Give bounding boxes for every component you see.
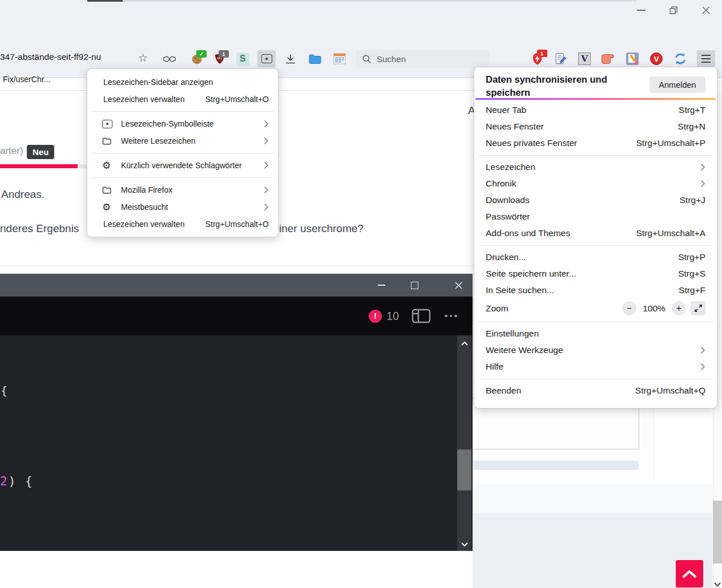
search-input[interactable]: [376, 54, 475, 64]
search-field[interactable]: [356, 50, 489, 68]
author-text: Andreas.: [1, 188, 45, 201]
menu-item-drucken[interactable]: Drucken...Strg+P: [474, 249, 717, 266]
restore-icon: [669, 6, 677, 14]
embedded-close-icon: [447, 274, 470, 297]
handshake-extension-icon[interactable]: [160, 50, 179, 67]
editor-scroll-up-icon: [457, 338, 471, 349]
scroll-extension-icon[interactable]: [599, 50, 617, 67]
panel-layout-icon: [412, 309, 431, 323]
menu-item-meistbesucht[interactable]: ⚙Meistbesucht: [87, 198, 278, 216]
menu-item-zoom[interactable]: Zoom−100%+: [474, 299, 717, 318]
code-editor: { 2) {: [0, 335, 473, 551]
menu-item-kürzlich-verwendete-schlagwörter[interactable]: ⚙Kürzlich verwendete Schlagwörter: [87, 157, 278, 174]
background-area: [473, 484, 712, 513]
zoom-level: 100%: [636, 303, 672, 314]
thread-tag-fragment: arter): [0, 145, 23, 157]
chevron-right-icon: [264, 186, 269, 194]
menu-item-lesezeichen-verwalten[interactable]: Lesezeichen verwaltenStrg+Umschalt+O: [87, 216, 278, 233]
menu-item-weitere-werkzeuge[interactable]: Weitere Werkzeuge: [474, 342, 717, 359]
embedded-titlebar: [0, 274, 473, 297]
zoom-in-button[interactable]: +: [672, 301, 686, 315]
calendar-extension-icon[interactable]: [330, 50, 349, 67]
chevron-right-icon: [700, 363, 705, 371]
ellipsis-icon: [445, 315, 457, 318]
minimize-icon: [637, 10, 646, 11]
code-line: {: [1, 384, 7, 398]
scrollbar-down-arrow-icon[interactable]: [713, 579, 721, 588]
editor-scrollbar-thumb: [457, 449, 471, 490]
new-badge: Neu: [27, 145, 54, 159]
menu-item-mozilla-firefox[interactable]: Mozilla Firefox: [87, 181, 278, 198]
cookie-extension-icon[interactable]: ✓: [188, 50, 206, 67]
folder-icon: [102, 137, 121, 145]
v-circle-extension-icon[interactable]: V: [647, 50, 665, 67]
menu-item-lesezeichen[interactable]: Lesezeichen: [474, 159, 717, 176]
bookmark-star-button[interactable]: ★: [257, 50, 276, 67]
close-icon: [702, 6, 710, 14]
menu-item-einstellungen[interactable]: Einstellungen: [474, 326, 717, 342]
background-strip-dark: [87, 0, 123, 2]
post-text-left: nderes Ergebnis: [0, 222, 79, 235]
menu-item-lesezeichen-symbolleiste[interactable]: ★Lesezeichen-Symbolleiste: [87, 115, 278, 132]
chevron-up-icon: [682, 569, 697, 578]
notes-extension-icon[interactable]: [623, 50, 642, 67]
post-text-right: iner userchrome?: [279, 222, 364, 235]
menu-item-neues-privates-fenster[interactable]: Neues privates FensterStrg+Umschalt+P: [474, 135, 717, 152]
close-button[interactable]: [696, 3, 716, 18]
menu-item-passwörter[interactable]: Passwörter: [474, 209, 717, 225]
error-badge-icon: !: [369, 310, 382, 323]
lightning-extension-icon[interactable]: 1: [528, 50, 546, 67]
menu-separator: [474, 152, 717, 159]
menu-item-in-seite-suchen[interactable]: In Seite suchen...Strg+F: [474, 282, 717, 299]
screenshot-image[interactable]: ! 10 { 2) {: [0, 274, 473, 551]
minimize-button[interactable]: [631, 3, 651, 18]
menu-separator: [474, 318, 717, 326]
userscript-extension-icon[interactable]: [551, 50, 570, 67]
chevron-right-icon: [264, 161, 269, 169]
menu-item-seite-speichern-unter[interactable]: Seite speichern unter...Strg+S: [474, 266, 717, 282]
folder-icon: [102, 186, 121, 194]
sync-header: Daten synchronisieren und speichern Anme…: [474, 72, 717, 98]
download-button[interactable]: [281, 50, 300, 67]
menu-item-lesezeichen-verwalten[interactable]: Lesezeichen verwaltenStrg+Umschalt+O: [87, 91, 278, 108]
tab-title[interactable]: Fix/userChr...: [3, 75, 50, 84]
menu-separator: [87, 108, 278, 115]
menu-item-chronik[interactable]: Chronik: [474, 176, 717, 192]
firefox-window: 347-abstände-seit-ff92-nu ☆ ✓ uO 1 S ★: [0, 0, 722, 588]
hamburger-icon: [701, 55, 711, 62]
zoom-out-button[interactable]: −: [622, 301, 636, 315]
ublock-extension-icon[interactable]: uO 1: [211, 50, 229, 67]
menu-item-beenden[interactable]: BeendenStrg+Umschalt+Q: [474, 383, 717, 399]
page-scrollbar-thumb[interactable]: [713, 501, 722, 563]
urlbar-text[interactable]: 347-abstände-seit-ff92-nu: [0, 52, 101, 62]
fullscreen-icon[interactable]: [691, 301, 705, 315]
menu-button[interactable]: [697, 50, 715, 67]
sync-extension-icon[interactable]: [671, 50, 689, 67]
bookmark-page-star-icon[interactable]: ☆: [138, 51, 148, 64]
bookmarks-menu: Lesezeichen-Sidebar anzeigenLesezeichen …: [87, 68, 279, 237]
menu-item-hilfe[interactable]: Hilfe: [474, 359, 717, 375]
stylus-extension-icon[interactable]: S: [233, 50, 252, 67]
search-icon: [362, 55, 371, 63]
folder-icon: [309, 54, 321, 64]
restore-button[interactable]: [664, 3, 683, 18]
v-letter-extension-icon[interactable]: V: [575, 50, 594, 67]
menu-separator: [474, 242, 717, 249]
ublock-badge: 1: [219, 50, 229, 58]
menu-item-weitere-lesezeichen[interactable]: Weitere Lesezeichen: [87, 132, 278, 149]
menu-separator: [87, 174, 278, 181]
menu-item-lesezeichen-sidebar-anzeigen[interactable]: Lesezeichen-Sidebar anzeigen: [87, 74, 278, 91]
menu-item-downloads[interactable]: DownloadsStrg+J: [474, 192, 717, 209]
error-count: 10: [386, 310, 399, 323]
chevron-right-icon: [264, 120, 269, 128]
signin-button[interactable]: Anmelden: [650, 76, 705, 93]
menu-item-add-ons-und-themes[interactable]: Add-ons und ThemesStrg+Umschalt+A: [474, 225, 717, 242]
editor-scroll-down-icon: [457, 538, 471, 550]
menu-item-neuer-tab[interactable]: Neuer TabStrg+T: [474, 102, 717, 119]
folder-button[interactable]: [306, 50, 324, 67]
chevron-right-icon: [264, 137, 269, 145]
menu-separator: [474, 375, 717, 383]
devtools-toolbar: ! 10: [0, 297, 473, 335]
menu-item-neues-fenster[interactable]: Neues FensterStrg+N: [474, 119, 717, 135]
scroll-to-top-button[interactable]: [676, 560, 703, 587]
